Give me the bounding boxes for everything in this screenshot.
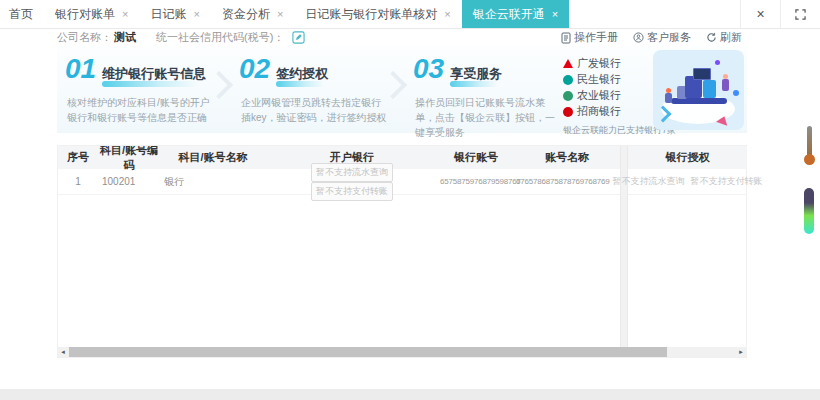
tab-journal[interactable]: 日记账 × (139, 0, 210, 28)
top-action-buttons: 操作手册 客户服务 刷新 (561, 28, 742, 47)
document-icon (561, 32, 571, 44)
cell-bank-account-no: 6575875976879598767 (438, 177, 514, 186)
no-transfer-text: 暂不支持支付转账 (691, 175, 763, 188)
step-1: 01 维护银行账号信息 核对维护的对应科目/账号的开户银行和银行账号等信息是否正… (57, 46, 215, 133)
table-scroll-area: 序号 科目/账号编码 科目/账号名称 开户银行 银行账号 账号名称 1 1002… (58, 146, 620, 349)
cell-account-code: 100201 (98, 176, 160, 187)
refresh-button[interactable]: 刷新 (706, 30, 742, 45)
tab-label: 银企云联开通 (473, 6, 545, 23)
refresh-label: 刷新 (720, 30, 742, 45)
no-flow-query-badge: 暂不支持流水查询 (311, 163, 393, 182)
tab-close-icon[interactable]: × (193, 8, 199, 20)
agricultural-bank-icon (563, 91, 573, 101)
minsheng-bank-icon (563, 75, 573, 85)
illustration-shape (665, 93, 672, 103)
step-3: 03 享受服务 操作员回到日记账账号流水菜单，点击【银企云联】按钮，一键享受服务 (405, 46, 563, 133)
company-info-row: 公司名称： 测试 统一社会信用代码(税号)： (57, 28, 305, 47)
banner-illustration (653, 50, 744, 130)
header-bank-account-no: 银行账号 (438, 150, 514, 165)
company-name-value: 测试 (114, 30, 136, 45)
merchants-bank-icon (563, 107, 573, 117)
customer-service-label: 客户服务 (647, 30, 691, 45)
scroll-right-arrow[interactable]: ▸ (736, 347, 746, 357)
step-2: 02 签约授权 企业网银管理员跳转去指定银行插key，验证密码，进行签约授权 (231, 46, 389, 133)
cell-account-name: 银行 (160, 175, 266, 189)
illustration-shape (715, 60, 720, 65)
step-3-title: 享受服务 (450, 66, 502, 81)
tab-bank-statement[interactable]: 银行对账单 × (44, 0, 139, 28)
horizontal-scrollbar[interactable]: ◂ ▸ (58, 347, 746, 357)
window-buttons: × (740, 0, 820, 28)
tab-close-icon[interactable]: × (444, 8, 450, 20)
step-2-number: 02 (239, 56, 270, 82)
illustration-shape (693, 68, 711, 80)
tab-bar: 首页 银行对账单 × 日记账 × 资金分析 × 日记账与银行对账单核对 × 银企… (0, 0, 820, 29)
bank-item-minsheng: 民生银行 (563, 72, 659, 87)
tab-label: 银行对账单 (55, 6, 115, 23)
illustration-shape (733, 90, 739, 96)
cell-opening-bank: 暂不支持流水查询 暂不支持支付转账 (266, 163, 438, 201)
step-1-number: 01 (65, 56, 96, 82)
no-transfer-badge: 暂不支持支付转账 (311, 182, 393, 201)
support-note: 银企云联能力已支持银行7家 (563, 124, 659, 137)
close-icon: × (756, 6, 764, 22)
tab-label: 日记账与银行对账单核对 (305, 6, 437, 23)
thermometer-bulb (804, 154, 815, 165)
page-footer-strip (0, 389, 820, 400)
header-seq: 序号 (58, 150, 98, 165)
manual-label: 操作手册 (574, 30, 618, 45)
header-account-name: 科目/账号名称 (160, 150, 266, 165)
gradient-pill-widget[interactable] (804, 188, 814, 234)
bank-name: 招商银行 (577, 104, 621, 119)
tab-label: 资金分析 (222, 6, 270, 23)
refresh-icon (706, 32, 717, 43)
header-account-code: 科目/账号编码 (98, 146, 160, 173)
bank-item-guangfa: 广发银行 (563, 56, 659, 71)
step-3-description: 操作员回到日记账账号流水菜单，点击【银企云联】按钮，一键享受服务 (415, 95, 561, 140)
scroll-left-arrow[interactable]: ◂ (58, 347, 68, 357)
tab-close-icon[interactable]: × (122, 8, 128, 20)
close-window-button[interactable]: × (740, 0, 780, 28)
tab-bank-cloud-link[interactable]: 银企云联开通 × (462, 0, 569, 28)
scrollbar-thumb[interactable] (69, 347, 667, 357)
bank-item-nongye: 农业银行 (563, 88, 659, 103)
bank-name: 广发银行 (577, 56, 621, 71)
step-1-description: 核对维护的对应科目/账号的开户银行和银行账号等信息是否正确 (67, 95, 213, 125)
supported-banks-list: 广发银行 民生银行 农业银行 招商银行 银企云联能力已支持银行7家 (563, 46, 659, 133)
cell-bank-auth: 暂不支持流水查询 暂不支持支付转账 (628, 169, 747, 195)
step-2-description: 企业网银管理员跳转去指定银行插key，验证密码，进行签约授权 (241, 95, 387, 125)
header-account-title: 账号名称 (514, 150, 620, 165)
table-fixed-column: 银行授权 暂不支持流水查询 暂不支持支付转账 (628, 146, 747, 349)
tab-journal-bank-check[interactable]: 日记账与银行对账单核对 × (294, 0, 461, 28)
header-bank-auth: 银行授权 (628, 146, 747, 169)
fullscreen-icon (795, 9, 806, 20)
cell-account-title: 6765786875878769768769 (514, 177, 620, 186)
step-1-title: 维护银行账号信息 (102, 66, 206, 81)
cell-seq: 1 (58, 176, 98, 187)
tab-close-icon[interactable]: × (552, 8, 558, 20)
no-flow-query-text: 暂不支持流水查询 (613, 175, 685, 188)
illustration-shape (703, 80, 716, 98)
onboarding-banner: 01 维护银行账号信息 核对维护的对应科目/账号的开户银行和银行账号等信息是否正… (57, 46, 747, 133)
table-row[interactable]: 1 100201 银行 暂不支持流水查询 暂不支持支付转账 6575875976… (58, 169, 620, 195)
edit-icon[interactable] (292, 31, 305, 44)
tab-label: 日记账 (150, 6, 186, 23)
guangfa-bank-icon (563, 59, 573, 68)
bank-name: 农业银行 (577, 88, 621, 103)
company-name-label: 公司名称： (57, 30, 112, 45)
tab-fund-analysis[interactable]: 资金分析 × (211, 0, 294, 28)
tab-close-icon[interactable]: × (277, 8, 283, 20)
tab-label: 首页 (9, 6, 33, 23)
thermometer-widget[interactable] (805, 126, 814, 168)
customer-service-icon (633, 32, 644, 43)
manual-button[interactable]: 操作手册 (561, 30, 618, 45)
fullscreen-button[interactable] (780, 0, 820, 28)
step-3-number: 03 (413, 56, 444, 82)
bank-name: 民生银行 (577, 72, 621, 87)
tax-code-label: 统一社会信用代码(税号)： (156, 30, 284, 45)
illustration-shape (722, 79, 729, 91)
tab-home[interactable]: 首页 (0, 0, 44, 28)
bank-accounts-table: 序号 科目/账号编码 科目/账号名称 开户银行 银行账号 账号名称 1 1002… (57, 145, 747, 358)
customer-service-button[interactable]: 客户服务 (633, 30, 691, 45)
step-2-title: 签约授权 (276, 66, 328, 81)
